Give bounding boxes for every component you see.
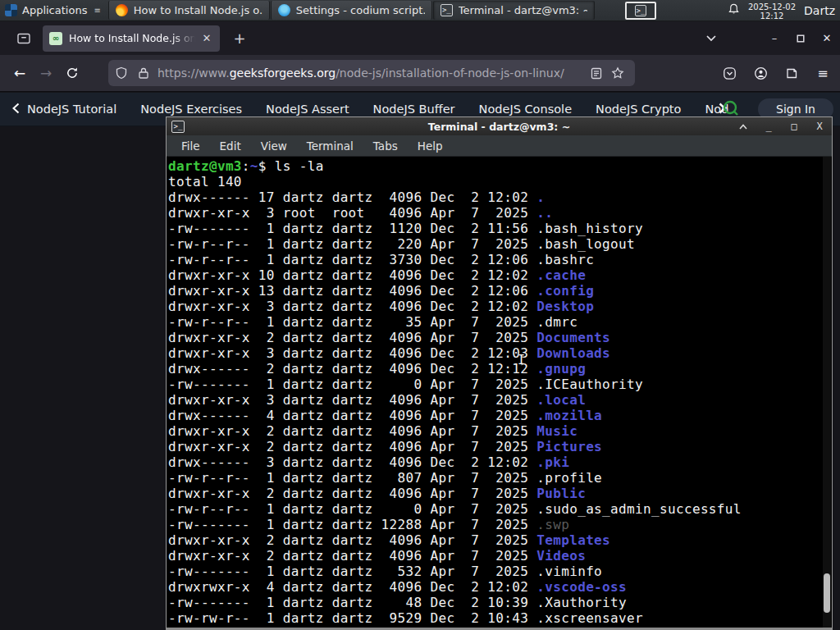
terminal-line: drwxr-xr-x 2 dartz dartz 4096 Apr 7 2025… (168, 330, 832, 345)
menu-help[interactable]: Help (418, 139, 443, 153)
browser-tab[interactable]: ∞ How to Install Node.js on ✕ (43, 25, 220, 52)
browser-maximize-button[interactable] (788, 21, 814, 55)
terminal-prompt-line: dartz@vm3:~$ ls -la (168, 158, 832, 174)
menu-edit[interactable]: Edit (220, 139, 241, 153)
tab-title: How to Install Node.js on (69, 32, 195, 44)
reload-icon[interactable] (59, 61, 85, 85)
terminal-line: -rw-r--r-- 1 dartz dartz 3730 Dec 2 12:0… (168, 252, 832, 267)
terminal-line: drwx------ 3 dartz dartz 4096 Dec 2 12:0… (168, 454, 832, 470)
mouse-cursor-ibeam: I (518, 353, 525, 368)
terminal-minimize-button[interactable]: _ (763, 121, 774, 132)
nav-item-nodejs-exercises[interactable]: NodeJS Exercises (140, 103, 242, 116)
bookmark-star-icon[interactable] (607, 62, 628, 84)
terminal-scrollbar[interactable] (823, 157, 831, 628)
workspace-pager[interactable]: >_ (625, 2, 656, 20)
nav-item-nodejs-crypto[interactable]: NodeJS Crypto (596, 103, 681, 116)
terminal-close-button[interactable]: X (814, 121, 825, 132)
notification-bell-icon[interactable] (728, 3, 740, 19)
lock-icon[interactable] (138, 66, 149, 80)
terminal-line: drwxr-xr-x 3 dartz dartz 4096 Dec 2 12:0… (168, 299, 832, 314)
applications-menu-button[interactable]: Applications ≡ (0, 0, 107, 21)
new-tab-button[interactable]: + (228, 27, 251, 50)
tab-close-icon[interactable]: ✕ (199, 30, 215, 47)
menu-tabs[interactable]: Tabs (373, 139, 398, 153)
back-button[interactable]: ← (7, 61, 33, 85)
taskbar-window-label: Settings - codium script... (296, 4, 425, 16)
terminal-line: drwxr-xr-x 10 dartz dartz 4096 Dec 2 12:… (168, 267, 832, 283)
terminal-icon: >_ (441, 4, 453, 16)
terminal-line: drwxr-xr-x 2 dartz dartz 4096 Apr 7 2025… (168, 548, 832, 564)
terminal-icon: >_ (171, 121, 185, 133)
geeksforgeeks-favicon-icon: ∞ (49, 32, 62, 45)
panel-user-label: Dartz (804, 4, 837, 17)
terminal-titlebar[interactable]: >_ Terminal - dartz@vm3: ~ _ □ X (167, 117, 832, 135)
terminal-line: drwxr-xr-x 2 dartz dartz 4096 Apr 7 2025… (168, 486, 832, 501)
clock-time: 12:12 (748, 11, 796, 21)
nav-item-nodejs-assert[interactable]: NodeJS Assert (266, 103, 349, 116)
list-all-tabs-icon[interactable] (699, 27, 724, 50)
reader-view-icon[interactable] (586, 62, 607, 84)
terminal-line: drwxr-xr-x 3 dartz dartz 4096 Dec 2 12:0… (168, 345, 832, 361)
terminal-line: -rw------- 1 dartz dartz 12288 Apr 7 202… (168, 517, 832, 532)
taskbar-window-terminal[interactable]: >_ Terminal - dartz@vm3: ~ (433, 1, 595, 20)
terminal-line: -rw-r--r-- 1 dartz dartz 0 Apr 7 2025 .s… (168, 501, 832, 517)
terminal-line: drwxr-xr-x 2 dartz dartz 4096 Apr 7 2025… (168, 532, 832, 548)
extensions-icon[interactable] (779, 62, 804, 84)
taskbar-window-label: How to Install Node.js o... (134, 4, 262, 16)
firefox-icon (116, 4, 128, 16)
firefox-view-icon[interactable] (11, 27, 36, 50)
browser-close-button[interactable]: ✕ (814, 21, 840, 55)
terminal-line: drwxr-xr-x 2 dartz dartz 4096 Apr 7 2025… (168, 439, 832, 454)
pocket-icon[interactable] (717, 62, 742, 84)
terminal-line: drwxrwxr-x 4 dartz dartz 4096 Dec 2 12:0… (168, 579, 832, 595)
terminal-menubar: File Edit View Terminal Tabs Help (167, 135, 832, 157)
applications-label: Applications (22, 4, 87, 16)
terminal-icon: >_ (635, 5, 646, 16)
tracking-protection-shield-icon[interactable] (115, 66, 128, 80)
terminal-line: -rw------- 1 dartz dartz 0 Apr 7 2025 .I… (168, 377, 832, 392)
applications-icon (5, 4, 17, 16)
clock-date: 2025-12-02 (748, 2, 796, 11)
terminal-scrollbar-thumb[interactable] (824, 573, 830, 613)
nav-scroll-left-icon[interactable] (11, 103, 21, 116)
terminal-line: total 140 (168, 174, 832, 189)
terminal-line: -rw-r--r-- 1 dartz dartz 220 Apr 7 2025 … (168, 236, 832, 252)
terminal-line: drwxr-xr-x 3 dartz dartz 4096 Apr 7 2025… (168, 392, 832, 408)
terminal-line: drwx------ 4 dartz dartz 4096 Apr 7 2025… (168, 408, 832, 423)
taskbar-window-label: Terminal - dartz@vm3: ~ (459, 4, 587, 16)
tab-bar: ∞ How to Install Node.js on ✕ + – ✕ (0, 21, 840, 55)
terminal-title: Terminal - dartz@vm3: ~ (167, 121, 832, 133)
terminal-line: drwx------ 17 dartz dartz 4096 Dec 2 12:… (168, 189, 832, 205)
terminal-line: -rw-rw-r-- 1 dartz dartz 9529 Dec 2 10:4… (168, 610, 832, 626)
menu-file[interactable]: File (181, 139, 200, 153)
nav-item-nodejs-buffer[interactable]: NodeJS Buffer (373, 103, 455, 116)
hamburger-menu-icon[interactable]: ≡ (810, 62, 835, 84)
terminal-maximize-button[interactable]: □ (788, 121, 800, 132)
terminal-line: drwxr-xr-x 2 dartz dartz 4096 Apr 7 2025… (168, 423, 832, 439)
browser-minimize-button[interactable]: – (761, 21, 788, 55)
menu-terminal[interactable]: Terminal (307, 139, 354, 153)
terminal-line: drwx------ 2 dartz dartz 4096 Dec 2 12:1… (168, 361, 832, 377)
nav-item-nodejs-tutorial[interactable]: NodeJS Tutorial (27, 103, 116, 116)
terminal-line: -rw------- 1 dartz dartz 532 Apr 7 2025 … (168, 564, 832, 579)
panel-clock[interactable]: 2025-12-02 12:12 (748, 2, 796, 21)
taskbar-window-firefox[interactable]: How to Install Node.js o... (108, 1, 270, 20)
nav-item-nodejs-console[interactable]: NodeJS Console (479, 103, 573, 116)
terminal-shade-button[interactable] (737, 121, 749, 132)
terminal-window: >_ Terminal - dartz@vm3: ~ _ □ X File Ed… (166, 116, 833, 630)
url-text: https://www.geeksforgeeks.org/node-js/in… (158, 66, 586, 80)
url-bar[interactable]: https://www.geeksforgeeks.org/node-js/in… (108, 60, 635, 86)
desktop-panel: Applications ≡ How to Install Node.js o.… (0, 0, 840, 21)
codium-icon (278, 4, 290, 16)
taskbar-window-codium[interactable]: Settings - codium script... (271, 1, 432, 20)
terminal-line: -rw------- 1 dartz dartz 1120 Dec 2 11:5… (168, 221, 832, 236)
navigation-toolbar: ← → https://www.geeksforgeeks.org/node-j… (0, 55, 840, 92)
site-nav-items: NodeJS TutorialNodeJS ExercisesNodeJS As… (27, 103, 729, 116)
forward-button[interactable]: → (33, 61, 59, 85)
terminal-output[interactable]: dartz@vm3:~$ ls -latotal 140drwx------ 1… (167, 157, 832, 628)
menu-view[interactable]: View (261, 139, 287, 153)
terminal-line: drwxr-xr-x 3 root root 4096 Apr 7 2025 .… (168, 205, 832, 221)
terminal-line: drwxr-xr-x 13 dartz dartz 4096 Dec 2 12:… (168, 283, 832, 299)
account-icon[interactable] (748, 62, 773, 84)
terminal-line: -rw-r--r-- 1 dartz dartz 807 Apr 7 2025 … (168, 470, 832, 486)
